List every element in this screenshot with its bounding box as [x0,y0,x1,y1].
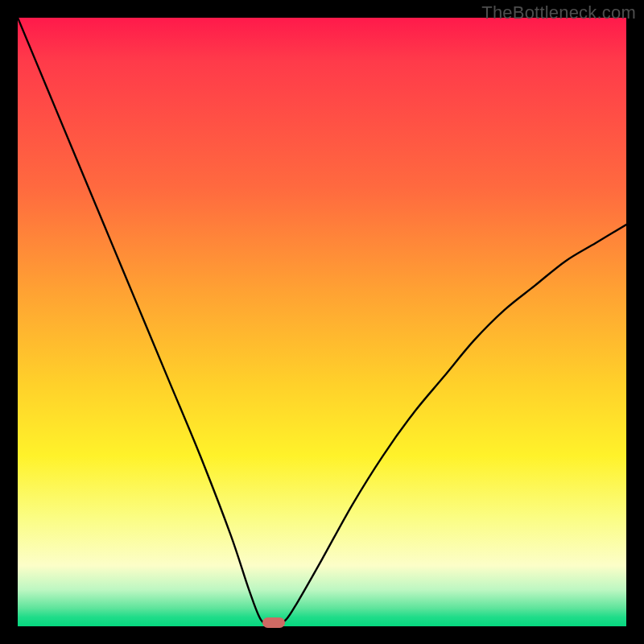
minimum-marker [262,617,285,628]
chart-frame [18,18,626,626]
bottleneck-curve [18,18,626,626]
watermark-text: TheBottleneck.com [481,2,636,23]
